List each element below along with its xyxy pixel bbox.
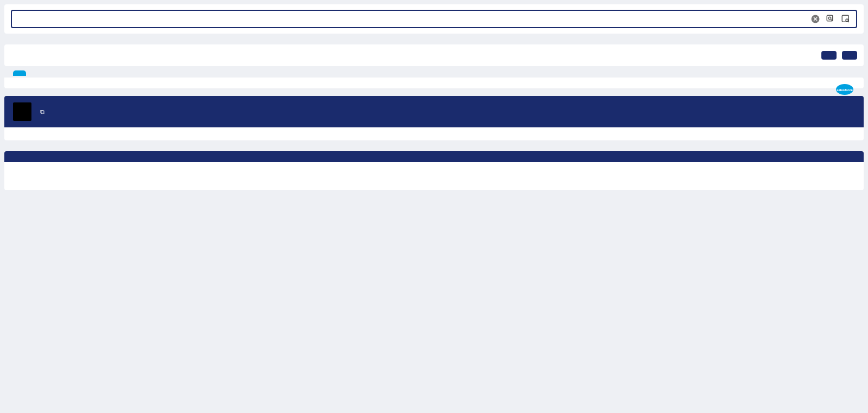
clear-icon[interactable] — [810, 14, 820, 24]
search-input[interactable] — [17, 15, 810, 23]
action-bar — [4, 44, 864, 66]
push-salesforce-button[interactable] — [842, 51, 857, 60]
technologies-header — [4, 151, 864, 162]
svg-text:salesforce: salesforce — [837, 88, 853, 92]
search-field[interactable] — [11, 10, 857, 28]
external-link-icon: ⧉ — [40, 108, 44, 115]
salesforce-cloud-icon: salesforce — [835, 83, 854, 98]
company-header: ⧉ — [4, 96, 864, 127]
technologies-body — [4, 162, 864, 190]
search-bar — [4, 4, 864, 34]
company-logo — [13, 102, 31, 121]
info-block — [4, 127, 864, 140]
advanced-search-icon[interactable] — [841, 14, 851, 24]
salesforce-tab[interactable] — [13, 70, 26, 76]
salesforce-panel: salesforce — [4, 78, 864, 88]
svg-point-2 — [828, 17, 831, 20]
search-icon[interactable] — [826, 14, 835, 24]
company-url[interactable]: ⧉ — [38, 108, 44, 115]
export-csv-button[interactable] — [821, 51, 837, 60]
